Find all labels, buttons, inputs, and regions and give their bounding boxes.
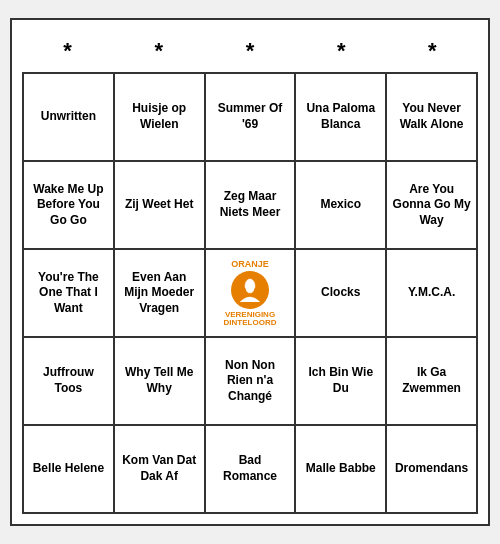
cell-0-2[interactable]: Summer Of '69	[206, 74, 297, 162]
cell-1-4[interactable]: Are You Gonna Go My Way	[387, 162, 478, 250]
cell-3-1[interactable]: Why Tell Me Why	[115, 338, 206, 426]
cell-2-2-logo: ORANJE VERENIGING DINTELOORD	[206, 250, 297, 338]
cell-2-3[interactable]: Clocks	[296, 250, 387, 338]
cell-4-1[interactable]: Kom Van Dat Dak Af	[115, 426, 206, 514]
star-2: *	[115, 38, 203, 64]
cell-4-2[interactable]: Bad Romance	[206, 426, 297, 514]
cell-1-0[interactable]: Wake Me Up Before You Go Go	[24, 162, 115, 250]
cell-0-4[interactable]: You Never Walk Alone	[387, 74, 478, 162]
cell-0-3[interactable]: Una Paloma Blanca	[296, 74, 387, 162]
cell-4-0[interactable]: Belle Helene	[24, 426, 115, 514]
bingo-card: * * * * * Unwritten Huisje op Wielen Sum…	[10, 18, 490, 526]
bingo-grid: Unwritten Huisje op Wielen Summer Of '69…	[22, 72, 478, 514]
svg-point-1	[242, 288, 246, 292]
cell-2-4[interactable]: Y.M.C.A.	[387, 250, 478, 338]
svg-point-2	[254, 288, 258, 292]
cell-2-0[interactable]: You're The One That I Want	[24, 250, 115, 338]
cell-0-1[interactable]: Huisje op Wielen	[115, 74, 206, 162]
cell-0-0[interactable]: Unwritten	[24, 74, 115, 162]
star-1: *	[24, 38, 112, 64]
cell-3-3[interactable]: Ich Bin Wie Du	[296, 338, 387, 426]
bingo-header: * * * * *	[22, 30, 478, 72]
star-3: *	[206, 38, 294, 64]
cell-1-3[interactable]: Mexico	[296, 162, 387, 250]
svg-point-0	[245, 279, 255, 293]
cell-3-4[interactable]: Ik Ga Zwemmen	[387, 338, 478, 426]
cell-1-1[interactable]: Zij Weet Het	[115, 162, 206, 250]
logo-icon-circle	[231, 271, 269, 309]
cell-3-2[interactable]: Non Non Rien n'a Changé	[206, 338, 297, 426]
logo-text-oranje: ORANJE	[231, 260, 269, 269]
cell-4-4[interactable]: Dromendans	[387, 426, 478, 514]
cell-2-1[interactable]: Even Aan Mijn Moeder Vragen	[115, 250, 206, 338]
star-5: *	[388, 38, 476, 64]
cell-4-3[interactable]: Malle Babbe	[296, 426, 387, 514]
cell-3-0[interactable]: Juffrouw Toos	[24, 338, 115, 426]
cell-1-2[interactable]: Zeg Maar Niets Meer	[206, 162, 297, 250]
logo-text-dinteloord: DINTELOORD	[224, 319, 277, 327]
star-4: *	[297, 38, 385, 64]
oranje-vereniging-logo: ORANJE VERENIGING DINTELOORD	[224, 260, 277, 327]
